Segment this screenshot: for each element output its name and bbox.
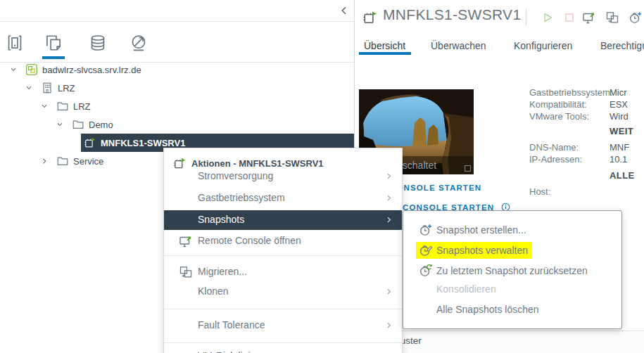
tab-konfigurieren[interactable]: Konfigurieren — [514, 40, 572, 51]
tree-item-label: LRZ — [73, 101, 91, 112]
vm-icon — [84, 136, 96, 149]
detail-value[interactable]: WEIT — [610, 126, 633, 136]
menu-item-zu-letztem-snapshot-zurücksetzen[interactable]: Zu letztem Snapshot zurücksetzen — [403, 261, 621, 281]
menu-item-fault-tolerance[interactable]: Fault Tolerance — [164, 316, 402, 335]
menu-item-snapshot-erstellen[interactable]: Snapshot erstellen... — [403, 220, 621, 240]
menu-item-content: Zu letztem Snapshot zurücksetzen — [416, 262, 592, 279]
menu-item-snapshots[interactable]: Snapshots — [164, 210, 402, 230]
submenu-arrow-icon — [384, 215, 393, 224]
active-tab-underline — [359, 52, 411, 55]
menu-item-label: Alle Snapshots löschen — [436, 304, 539, 315]
menu-separator — [164, 255, 402, 256]
vcenter-icon — [25, 63, 38, 76]
tree-item-badwlrz-slvcsa-srv-lrz-de[interactable]: badwlrz-slvcsa.srv.lrz.de — [0, 60, 354, 79]
snapshot-add-icon — [419, 223, 433, 237]
menu-item-gastbetriebssystem[interactable]: Gastbetriebssystem — [164, 188, 402, 208]
stop-icon[interactable] — [562, 11, 576, 25]
menu-item-alle-snapshots-löschen[interactable]: Alle Snapshots löschen — [403, 301, 621, 321]
menu-item-stromversorgung[interactable]: Stromversorgung — [164, 167, 402, 186]
submenu-arrow-icon — [384, 172, 393, 181]
console-icon — [179, 234, 193, 248]
vm-icon — [362, 10, 378, 25]
detail-label: Gastbetriebssystem: — [529, 87, 613, 98]
menu-item-label: Migrieren... — [198, 266, 247, 277]
chevron-down-icon[interactable] — [40, 102, 49, 110]
tab-übersicht[interactable]: Übersicht — [364, 40, 405, 51]
submenu-arrow-icon — [384, 287, 393, 296]
menu-item-label: Zu letztem Snapshot zurücksetzen — [436, 265, 588, 276]
detail-label: IP-Adressen: — [529, 154, 582, 165]
tree-item-label: LRZ — [58, 83, 75, 94]
page-title: MNFKLS1-SWSRV1 — [383, 6, 521, 23]
snapshot-add-icon[interactable] — [629, 11, 643, 25]
chevron-down-icon[interactable] — [9, 65, 18, 74]
menu-item-content: Alle Snapshots löschen — [416, 302, 543, 316]
menu-item-label: Klonen — [198, 285, 229, 297]
menu-item-snapshots-verwalten[interactable]: Snapshots verwalten — [403, 240, 621, 260]
detail-value: 10.1 — [610, 154, 627, 165]
snapshots-submenu: Snapshot erstellen...Snapshots verwalten… — [403, 210, 622, 329]
detail-label: VMware Tools: — [529, 111, 589, 122]
detail-value[interactable]: ALLE — [610, 170, 635, 181]
hosts-icon[interactable] — [6, 34, 24, 52]
submenu-arrow-icon — [384, 321, 393, 330]
chevron-down-icon[interactable] — [25, 84, 33, 92]
vms-icon[interactable] — [44, 34, 63, 52]
menu-item-konsolidieren: Konsolidieren — [403, 281, 621, 300]
detail-label: DNS-Name: — [529, 142, 579, 153]
menu-item-vm-richtlinien[interactable]: VM-Richtlinien — [164, 347, 402, 353]
detail-label: Host: — [529, 186, 550, 197]
divider — [526, 9, 526, 26]
chevron-down-icon[interactable] — [56, 120, 64, 129]
menu-item-content: Konsolidieren — [416, 282, 500, 296]
folder-icon — [56, 155, 69, 167]
highlighted-menu-item: Snapshots verwalten — [416, 242, 532, 259]
tab-berechtigungen[interactable]: Berechtigungen — [600, 40, 644, 51]
migrate-icon[interactable] — [605, 11, 619, 25]
snapshot-edit-icon — [419, 243, 433, 257]
tree-item-demo[interactable]: Demo — [0, 115, 354, 134]
menu-item-label: Konsolidieren — [436, 283, 496, 295]
inventory-view-switcher — [0, 30, 354, 60]
menu-item-content: Snapshot erstellen... — [416, 222, 531, 238]
chevron-right-icon[interactable] — [40, 157, 49, 165]
tree-item-label: MNFKLS1-SWSRV1 — [101, 138, 185, 148]
tree-item-lrz[interactable]: LRZ — [0, 97, 354, 115]
menu-separator — [164, 342, 402, 343]
menu-separator — [164, 309, 402, 309]
menu-item-klonen[interactable]: Klonen — [164, 282, 402, 302]
menu-item-label: Gastbetriebssystem — [198, 192, 285, 203]
folder-icon — [56, 100, 69, 113]
detail-value: Wird — [610, 111, 629, 122]
menu-item-label: Stromversorgung — [198, 170, 273, 181]
expand-thumbnail-icon[interactable] — [465, 165, 471, 172]
detail-value: Micr — [610, 87, 627, 98]
tree-item-label: Service — [73, 156, 103, 167]
menu-item-label: Fault Tolerance — [198, 319, 265, 330]
submenu-arrow-icon — [384, 193, 393, 203]
divider — [0, 21, 354, 22]
tree-item-label: badwlrz-slvcsa.srv.lrz.de — [42, 65, 141, 75]
networks-icon[interactable] — [130, 34, 148, 52]
menu-item-label: Remote Console öffnen — [198, 235, 301, 246]
menu-item-migrieren[interactable]: Migrieren... — [164, 262, 402, 282]
tree-item-lrz[interactable]: LRZ — [0, 79, 354, 97]
menu-item-remote-console-öffnen[interactable]: Remote Console öffnen — [164, 231, 402, 251]
migrate-icon — [179, 265, 193, 279]
datacenter-icon — [41, 82, 53, 94]
vm-actions-context-menu: Aktionen - MNFKLS1-SWSRV1 Stromversorgun… — [163, 148, 403, 353]
folder-icon — [72, 118, 84, 131]
tree-item-label: Demo — [89, 120, 113, 130]
storage-icon[interactable] — [89, 34, 107, 52]
menu-item-label: Snapshots verwalten — [436, 245, 528, 256]
tab-überwachen[interactable]: Überwachen — [431, 40, 486, 51]
menu-item-label: Snapshots — [198, 214, 244, 225]
detail-value: MNF — [610, 142, 629, 153]
play-icon[interactable] — [541, 11, 555, 25]
collapse-panel-icon[interactable] — [339, 5, 350, 16]
console-icon[interactable] — [582, 11, 596, 25]
detail-value: ESX — [610, 99, 628, 110]
menu-item-label: VM-Richtlinien — [198, 350, 261, 353]
snapshot-revert-icon — [419, 264, 433, 278]
detail-label: Kompatibilität: — [529, 99, 587, 110]
